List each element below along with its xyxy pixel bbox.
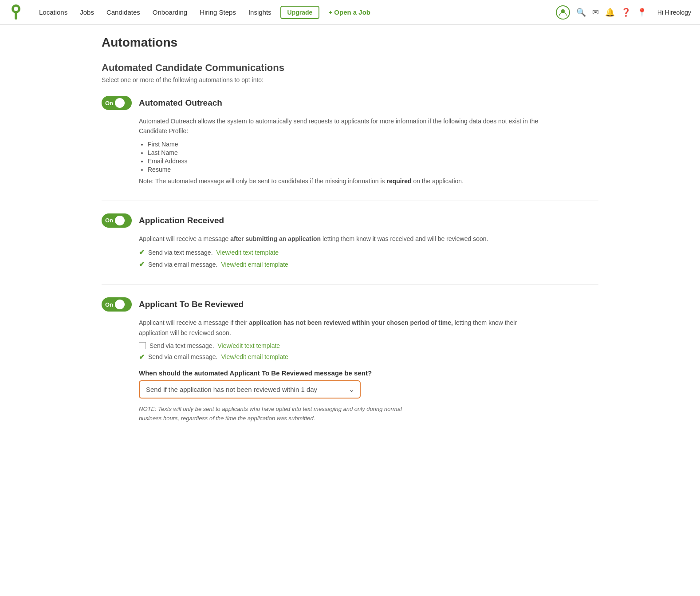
checkmark-icon: ✔	[139, 248, 145, 257]
svg-point-1	[14, 7, 18, 11]
page-title: Automations	[102, 36, 598, 50]
nav-insights[interactable]: Insights	[243, 6, 277, 19]
check-row-email-3: ✔ Send via email message. View/edit emai…	[139, 353, 598, 361]
automation-desc-3: Applicant will receive a message if thei…	[139, 318, 547, 338]
list-item: First Name	[148, 141, 598, 148]
list-item: Resume	[148, 166, 598, 173]
email-template-link-3[interactable]: View/edit email template	[221, 353, 288, 360]
dropdown-container: Send if the application has not been rev…	[139, 380, 361, 399]
divider-1	[102, 201, 598, 201]
check-text: Send via email message.	[148, 353, 217, 360]
toggle-application-received[interactable]: On	[102, 213, 132, 228]
nav-candidates[interactable]: Candidates	[101, 6, 146, 19]
nav-icons: 🔍 ✉ 🔔 ❓ 📍 Hi Hireology	[556, 5, 691, 20]
automation-header-1: On Automated Outreach	[102, 96, 598, 110]
search-icon[interactable]: 🔍	[576, 8, 586, 17]
automation-title-2: Application Received	[139, 216, 224, 225]
check-text: Send via email message.	[148, 261, 217, 268]
user-greeting[interactable]: Hi Hireology	[657, 9, 691, 16]
checkbox-empty-icon[interactable]	[139, 342, 146, 349]
check-row-text-2: ✔ Send via text message. View/edit text …	[139, 248, 598, 257]
automation-desc-2: Applicant will receive a message after s…	[139, 234, 547, 244]
automation-list-1: First Name Last Name Email Address Resum…	[148, 141, 598, 173]
location-icon[interactable]: 📍	[637, 8, 647, 17]
nav-locations[interactable]: Locations	[34, 6, 73, 19]
email-template-link-2[interactable]: View/edit email template	[221, 261, 288, 268]
navbar: Locations Jobs Candidates Onboarding Hir…	[0, 0, 700, 25]
bell-icon[interactable]: 🔔	[605, 8, 615, 17]
checkmark-icon: ✔	[139, 260, 145, 268]
text-template-link-2[interactable]: View/edit text template	[216, 249, 279, 256]
list-item: Email Address	[148, 158, 598, 165]
italic-note: NOTE: Texts will only be sent to applica…	[139, 405, 405, 423]
list-item: Last Name	[148, 149, 598, 156]
automation-automated-outreach: On Automated Outreach Automated Outreach…	[102, 96, 598, 185]
automation-header-2: On Application Received	[102, 213, 598, 228]
check-text: Send via text message.	[148, 249, 213, 256]
nav-links: Locations Jobs Candidates Onboarding Hir…	[34, 6, 551, 19]
automation-note-1: Note: The automated message will only be…	[139, 178, 547, 185]
svg-rect-2	[15, 12, 17, 20]
toggle-label-2: On	[105, 217, 113, 224]
dropdown-wrap: Send if the application has not been rev…	[139, 380, 361, 399]
nav-hiring-steps[interactable]: Hiring Steps	[194, 6, 241, 19]
section-title: Automated Candidate Communications	[102, 62, 598, 74]
toggle-automated-outreach[interactable]: On	[102, 96, 132, 110]
page-content: Automations Automated Candidate Communic…	[84, 25, 616, 466]
user-avatar[interactable]	[556, 5, 570, 20]
dropdown-label: When should the automated Applicant To B…	[139, 369, 598, 377]
toggle-label-3: On	[105, 301, 113, 308]
automation-header-3: On Applicant To Be Reviewed	[102, 297, 598, 312]
check-text: Send via text message.	[149, 342, 214, 349]
checkmark-icon: ✔	[139, 353, 145, 361]
nav-jobs[interactable]: Jobs	[75, 6, 99, 19]
logo[interactable]	[9, 4, 23, 20]
logo-icon	[9, 4, 23, 20]
reviewed-timing-dropdown[interactable]: Send if the application has not been rev…	[139, 380, 361, 399]
nav-onboarding[interactable]: Onboarding	[147, 6, 193, 19]
automation-title-3: Applicant To Be Reviewed	[139, 300, 244, 309]
mail-icon[interactable]: ✉	[592, 8, 599, 17]
text-template-link-3[interactable]: View/edit text template	[218, 342, 280, 349]
automation-desc-1: Automated Outreach allows the system to …	[139, 116, 547, 136]
upgrade-button[interactable]: Upgrade	[280, 6, 320, 19]
toggle-circle-1	[115, 98, 125, 108]
divider-2	[102, 284, 598, 285]
toggle-circle-3	[115, 300, 125, 309]
automation-application-received: On Application Received Applicant will r…	[102, 213, 598, 268]
automation-title-1: Automated Outreach	[139, 98, 222, 108]
open-job-button[interactable]: + Open a Job	[328, 8, 370, 16]
toggle-circle-2	[115, 216, 125, 225]
check-row-text-3: Send via text message. View/edit text te…	[139, 342, 598, 349]
toggle-label-1: On	[105, 100, 113, 107]
toggle-applicant-to-be-reviewed[interactable]: On	[102, 297, 132, 312]
section-subtitle: Select one or more of the following auto…	[102, 76, 598, 83]
help-icon[interactable]: ❓	[621, 8, 631, 17]
check-row-email-2: ✔ Send via email message. View/edit emai…	[139, 260, 598, 268]
automation-applicant-to-be-reviewed: On Applicant To Be Reviewed Applicant wi…	[102, 297, 598, 423]
